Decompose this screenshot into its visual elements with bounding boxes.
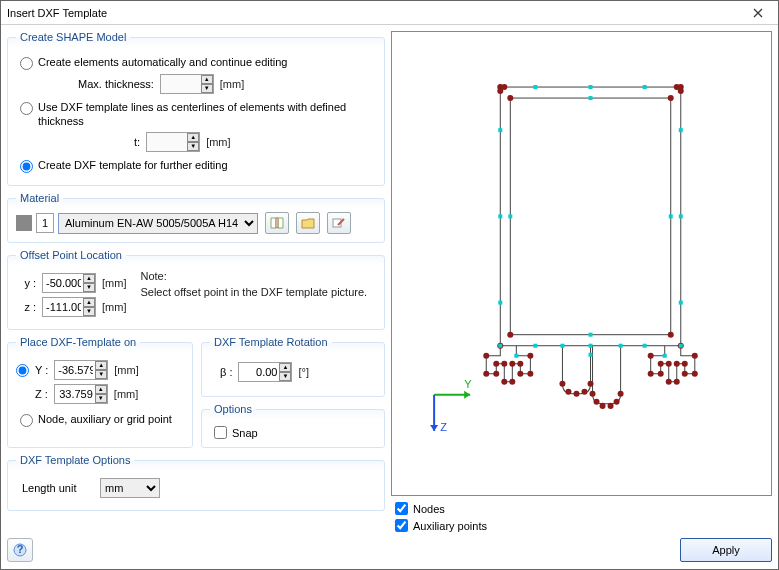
svg-point-23 — [483, 353, 489, 359]
spin-down[interactable]: ▼ — [95, 394, 107, 403]
svg-rect-71 — [533, 344, 537, 348]
group-legend: DXF Template Rotation — [210, 336, 332, 348]
spin-up[interactable]: ▲ — [83, 298, 95, 307]
svg-point-32 — [517, 371, 523, 377]
svg-point-46 — [648, 353, 654, 359]
svg-rect-58 — [533, 85, 537, 89]
spin-up[interactable]: ▲ — [95, 385, 107, 394]
checkbox-nodes-row[interactable]: Nodes — [395, 502, 772, 515]
group-legend: Create SHAPE Model — [16, 31, 130, 43]
radio-centerlines[interactable] — [20, 102, 33, 115]
place-z-label: Z : — [35, 388, 48, 400]
svg-text:Z: Z — [440, 421, 447, 433]
svg-point-18 — [668, 95, 674, 101]
svg-point-21 — [507, 332, 513, 338]
dialog-window: Insert DXF Template Create SHAPE Model C… — [0, 0, 779, 570]
checkbox-snap[interactable] — [214, 426, 227, 439]
svg-point-43 — [658, 361, 664, 367]
svg-point-16 — [678, 88, 684, 94]
group-legend: DXF Template Options — [16, 454, 134, 466]
checkbox-aux-row[interactable]: Auxiliary points — [395, 519, 772, 532]
spin-up[interactable]: ▲ — [187, 133, 199, 142]
group-material: Material 1 Aluminum EN-AW 5005/5005A H14 — [7, 192, 385, 243]
svg-point-52 — [590, 391, 596, 397]
svg-rect-63 — [679, 128, 683, 132]
svg-point-48 — [565, 389, 571, 395]
max-thickness-label: Max. thickness: — [78, 78, 154, 90]
radio-further-editing[interactable] — [20, 160, 33, 173]
svg-point-51 — [588, 381, 594, 387]
svg-point-35 — [692, 353, 698, 359]
offset-y-label: y : — [16, 277, 36, 289]
radio-place-node-label[interactable]: Node, auxiliary or grid point — [38, 412, 172, 426]
beta-label: β : — [220, 366, 232, 378]
svg-point-31 — [517, 361, 523, 367]
spin-up[interactable]: ▲ — [201, 75, 213, 84]
titlebar: Insert DXF Template — [1, 1, 778, 25]
spin-up[interactable]: ▲ — [95, 361, 107, 370]
length-unit-label: Length unit — [22, 482, 94, 494]
material-library-button[interactable] — [265, 212, 289, 234]
spin-up[interactable]: ▲ — [83, 274, 95, 283]
svg-point-22 — [668, 332, 674, 338]
svg-rect-61 — [589, 96, 593, 100]
svg-rect-76 — [619, 344, 623, 348]
svg-rect-69 — [679, 301, 683, 305]
book-icon — [270, 217, 284, 229]
svg-point-30 — [509, 361, 515, 367]
right-column: Y Z — [391, 31, 772, 562]
radio-place-yz[interactable] — [16, 364, 29, 377]
close-icon — [753, 8, 763, 18]
svg-text:Y: Y — [464, 378, 472, 390]
radio-place-node[interactable] — [20, 414, 33, 427]
svg-point-17 — [507, 95, 513, 101]
radio-auto-elements-label[interactable]: Create elements automatically and contin… — [38, 55, 287, 69]
t-label: t: — [134, 136, 140, 148]
dxf-preview[interactable]: Y Z — [391, 31, 772, 496]
radio-centerlines-label[interactable]: Use DXF template lines as centerlines of… — [38, 100, 358, 128]
svg-point-56 — [614, 399, 620, 405]
svg-marker-7 — [430, 425, 438, 431]
group-legend: Offset Point Location — [16, 249, 126, 261]
length-unit-select[interactable]: mm — [100, 478, 160, 498]
svg-point-45 — [648, 371, 654, 377]
apply-button[interactable]: Apply — [680, 538, 772, 562]
group-legend: Place DXF-Template on — [16, 336, 140, 348]
unit-label: [mm] — [102, 277, 126, 289]
svg-rect-73 — [643, 344, 647, 348]
spin-down[interactable]: ▼ — [187, 142, 199, 151]
svg-point-33 — [527, 371, 533, 377]
svg-rect-70 — [589, 333, 593, 337]
spin-down[interactable]: ▼ — [95, 370, 107, 379]
material-edit-button[interactable] — [327, 212, 351, 234]
spin-up[interactable]: ▲ — [279, 363, 291, 372]
material-open-button[interactable] — [296, 212, 320, 234]
close-button[interactable] — [738, 1, 778, 24]
group-rotation: DXF Template Rotation β : ▲▼ [°] — [201, 336, 385, 397]
svg-point-28 — [501, 379, 507, 385]
folder-open-icon — [301, 217, 315, 229]
group-dxf-options: DXF Template Options Length unit mm — [7, 454, 385, 511]
spin-down[interactable]: ▼ — [83, 283, 95, 292]
radio-auto-elements[interactable] — [20, 57, 33, 70]
svg-rect-60 — [643, 85, 647, 89]
svg-rect-65 — [679, 214, 683, 218]
svg-point-57 — [618, 391, 624, 397]
checkbox-aux[interactable] — [395, 519, 408, 532]
spin-down[interactable]: ▼ — [279, 372, 291, 381]
svg-point-29 — [509, 379, 515, 385]
checkbox-snap-label[interactable]: Snap — [232, 427, 258, 439]
help-button[interactable]: ? — [7, 538, 33, 562]
svg-point-49 — [573, 391, 579, 397]
svg-point-36 — [692, 371, 698, 377]
spin-down[interactable]: ▼ — [83, 307, 95, 316]
unit-label: [mm] — [114, 388, 138, 400]
radio-further-editing-label[interactable]: Create DXF template for further editing — [38, 158, 228, 172]
svg-point-41 — [666, 379, 672, 385]
spin-down[interactable]: ▼ — [201, 84, 213, 93]
checkbox-nodes[interactable] — [395, 502, 408, 515]
preview-checks: Nodes Auxiliary points — [391, 502, 772, 532]
svg-rect-64 — [498, 214, 502, 218]
material-select[interactable]: Aluminum EN-AW 5005/5005A H14 — [58, 213, 258, 234]
unit-label: [mm] — [206, 136, 230, 148]
